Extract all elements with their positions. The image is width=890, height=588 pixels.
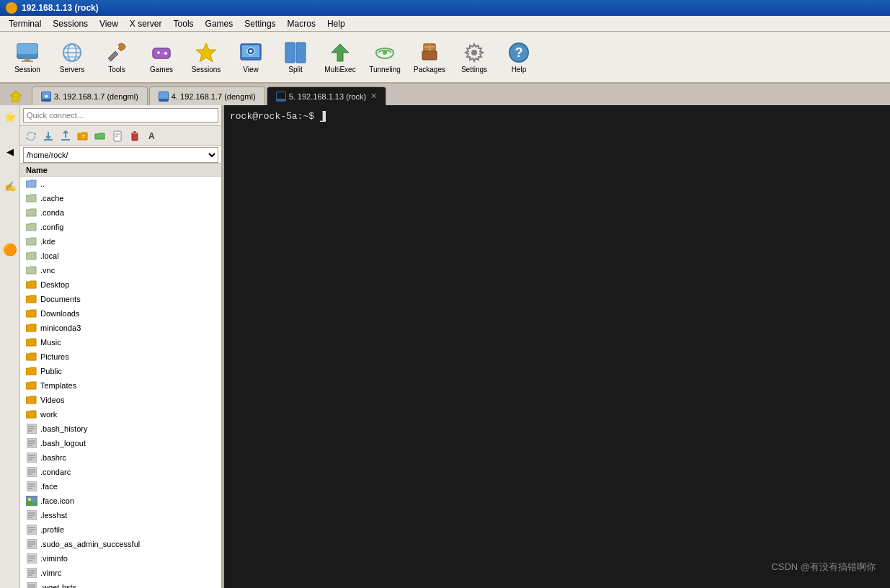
- list-item-name: Music: [40, 338, 61, 347]
- openfolder-btn[interactable]: [92, 128, 108, 144]
- tab-4[interactable]: 4. 192.168.1.7 (dengml): [149, 86, 265, 105]
- list-item[interactable]: .bash_logout: [20, 436, 221, 450]
- newfolder-btn[interactable]: +: [75, 128, 91, 144]
- toolbar-multiexec-btn[interactable]: MultiExec: [319, 35, 362, 79]
- list-item[interactable]: .wget-hsts: [20, 580, 221, 588]
- toolbar: Session Servers Tools: [0, 32, 890, 84]
- list-item[interactable]: .vnc: [20, 263, 221, 277]
- list-item-name: miniconda3: [40, 324, 81, 332]
- menu-settings[interactable]: Settings: [239, 17, 281, 30]
- file-icon: [26, 481, 37, 492]
- menu-help[interactable]: Help: [321, 17, 351, 30]
- list-item[interactable]: Public: [20, 364, 221, 378]
- svg-rect-37: [277, 92, 285, 99]
- path-select[interactable]: /home/rock/: [23, 147, 218, 163]
- menu-macros[interactable]: Macros: [282, 17, 321, 30]
- arrow-left-side-btn[interactable]: ◀: [1, 143, 19, 160]
- side-icon-bar: ⭐ ◀ ✍ 🟠: [0, 105, 20, 588]
- file-browser-toolbar: + A: [20, 126, 221, 146]
- folder-icon: [26, 394, 37, 406]
- toolbar-view-btn[interactable]: View: [229, 35, 272, 79]
- feather-side-btn[interactable]: ✍: [1, 177, 19, 195]
- svg-marker-14: [196, 43, 216, 62]
- toolbar-games-btn[interactable]: Games: [140, 35, 183, 79]
- list-item[interactable]: Downloads: [20, 306, 221, 321]
- list-item[interactable]: .kde: [20, 234, 221, 249]
- toolbar-help-btn[interactable]: ? Help: [497, 35, 540, 79]
- quick-connect-bar: [20, 105, 221, 126]
- watermark-text: CSDN @有没有搞错啊你: [771, 561, 876, 572]
- list-item[interactable]: Pictures: [20, 349, 221, 364]
- path-bar: /home/rock/: [20, 146, 221, 164]
- toolbar-packages-btn[interactable]: Packages: [408, 35, 451, 79]
- list-item[interactable]: .config: [20, 220, 221, 234]
- terminal-area[interactable]: rock@rock-5a:~$ ▌: [224, 105, 890, 588]
- menu-tools[interactable]: Tools: [168, 17, 200, 30]
- list-item[interactable]: ..: [20, 177, 221, 191]
- toolbar-tools-btn[interactable]: Tools: [95, 35, 138, 79]
- menu-games[interactable]: Games: [200, 17, 239, 30]
- list-item-name: Documents: [40, 295, 81, 303]
- orange-side-btn[interactable]: 🟠: [1, 241, 19, 258]
- list-item[interactable]: Music: [20, 335, 221, 349]
- tab5-close-icon[interactable]: ✕: [370, 92, 377, 101]
- star-side-btn[interactable]: ⭐: [1, 108, 19, 125]
- list-item-name: .cache: [40, 194, 63, 202]
- svg-rect-35: [159, 92, 168, 99]
- list-item[interactable]: .lesshst: [20, 508, 221, 522]
- menu-xserver[interactable]: X server: [124, 17, 168, 30]
- refresh-btn[interactable]: [23, 128, 39, 144]
- newfile-btn[interactable]: [110, 128, 125, 144]
- list-item[interactable]: .viminfo: [20, 551, 221, 566]
- toolbar-servers-btn[interactable]: Servers: [50, 35, 94, 79]
- menu-view[interactable]: View: [94, 17, 124, 30]
- list-item-name: .vnc: [40, 266, 55, 275]
- list-item[interactable]: work: [20, 407, 221, 422]
- tab-3[interactable]: ■ 3. 192.168.1.7 (dengml): [32, 86, 148, 105]
- toolbar-sessions-btn[interactable]: Sessions: [184, 35, 228, 79]
- toolbar-split-btn[interactable]: Split: [274, 35, 317, 79]
- quick-connect-input[interactable]: [23, 108, 218, 122]
- tab-5[interactable]: 5. 192.168.1.13 (rock) ✕: [267, 86, 387, 105]
- list-item[interactable]: .face.icon: [20, 494, 221, 508]
- delete-btn[interactable]: [127, 128, 143, 144]
- menu-terminal[interactable]: Terminal: [3, 17, 47, 30]
- file-list[interactable]: ...cache.conda.config.kde.local.vncDeskt…: [20, 177, 221, 588]
- list-item[interactable]: .condarc: [20, 465, 221, 479]
- list-item[interactable]: .face: [20, 479, 221, 494]
- list-item-name: Templates: [40, 381, 76, 390]
- list-item[interactable]: Templates: [20, 378, 221, 393]
- tab5-label: 5. 192.168.1.13 (rock): [289, 92, 367, 101]
- file-icon: [26, 437, 37, 449]
- menu-sessions[interactable]: Sessions: [47, 17, 94, 30]
- list-item[interactable]: .bash_history: [20, 422, 221, 436]
- list-item[interactable]: Documents: [20, 292, 221, 306]
- sessions-icon: [195, 41, 218, 64]
- list-item[interactable]: .profile: [20, 522, 221, 537]
- list-item[interactable]: .vimrc: [20, 566, 221, 580]
- list-item-name: .kde: [40, 237, 55, 246]
- folder-icon: [26, 351, 37, 362]
- list-item[interactable]: .conda: [20, 205, 221, 220]
- main-area: ⭐ ◀ ✍ 🟠: [0, 105, 890, 588]
- font-btn[interactable]: A: [144, 128, 160, 144]
- list-item[interactable]: .bashrc: [20, 450, 221, 465]
- svg-rect-1: [17, 44, 37, 54]
- list-item[interactable]: .cache: [20, 191, 221, 205]
- svg-rect-3: [22, 61, 33, 62]
- list-item[interactable]: Videos: [20, 393, 221, 407]
- folder-icon: [26, 322, 37, 334]
- toolbar-tunneling-btn[interactable]: Tunneling: [363, 35, 406, 79]
- toolbar-session-btn[interactable]: Session: [6, 35, 49, 79]
- home-button[interactable]: [3, 86, 29, 105]
- download-btn[interactable]: [40, 128, 56, 144]
- list-item-name: .config: [40, 223, 63, 231]
- toolbar-settings-btn[interactable]: Settings: [453, 35, 496, 79]
- list-item-name: .bash_logout: [40, 439, 86, 447]
- list-item[interactable]: Desktop: [20, 277, 221, 292]
- upload-btn[interactable]: [58, 128, 74, 144]
- list-item[interactable]: .sudo_as_admin_successful: [20, 537, 221, 551]
- list-item[interactable]: miniconda3: [20, 321, 221, 335]
- packages-label: Packages: [414, 66, 445, 74]
- list-item[interactable]: .local: [20, 249, 221, 263]
